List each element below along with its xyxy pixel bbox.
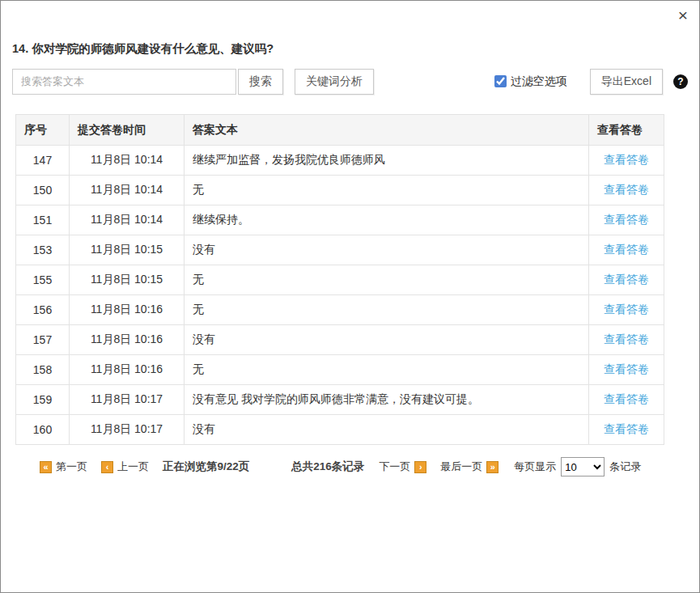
row-submit-time: 11月8日 10:17 [70,385,185,415]
answers-dialog: × 14. 你对学院的师德师风建设有什么意见、建议吗? 搜索 关键词分析 过滤空… [0,0,700,593]
row-answer-text: 继续严加监督，发扬我院优良师德师风 [185,146,589,176]
table-row: 151 11月8日 10:14 继续保持。 查看答卷 [16,205,664,235]
table-header-row: 序号 提交答卷时间 答案文本 查看答卷 [16,115,664,146]
row-submit-time: 11月8日 10:15 [70,265,185,295]
prev-page-button[interactable]: ‹ 上一页 [101,460,149,474]
answers-table: 序号 提交答卷时间 答案文本 查看答卷 147 11月8日 10:14 继续严加… [15,114,664,445]
header-view-answer: 查看答卷 [589,115,664,146]
row-answer-text: 无 [185,176,589,205]
view-answer-link[interactable]: 查看答卷 [604,273,649,286]
search-button[interactable]: 搜索 [238,69,283,95]
row-view-cell: 查看答卷 [589,265,664,295]
first-page-icon[interactable]: « [40,461,52,473]
row-number: 160 [16,415,70,445]
header-no: 序号 [16,115,70,146]
row-submit-time: 11月8日 10:14 [70,146,185,176]
filter-empty-checkbox[interactable] [494,75,507,87]
answers-table-body: 147 11月8日 10:14 继续严加监督，发扬我院优良师德师风 查看答卷 1… [16,146,664,445]
row-view-cell: 查看答卷 [589,325,664,355]
view-answer-link[interactable]: 查看答卷 [604,362,649,375]
row-answer-text: 无 [185,265,589,295]
row-number: 156 [16,295,70,325]
export-excel-button[interactable]: 导出Excel [590,69,663,95]
last-page-icon[interactable]: » [486,461,498,473]
row-number: 157 [16,325,70,355]
table-row: 159 11月8日 10:17 没有意见 我对学院的师风师德非常满意，没有建议可… [16,385,664,415]
table-row: 147 11月8日 10:14 继续严加监督，发扬我院优良师德师风 查看答卷 [16,146,664,176]
row-submit-time: 11月8日 10:16 [70,295,185,325]
row-view-cell: 查看答卷 [589,205,664,235]
row-view-cell: 查看答卷 [589,385,664,415]
table-row: 155 11月8日 10:15 无 查看答卷 [16,265,664,295]
row-number: 158 [16,355,70,385]
table-row: 158 11月8日 10:16 无 查看答卷 [16,355,664,385]
first-page-label: 第一页 [56,460,87,474]
row-view-cell: 查看答卷 [589,235,664,265]
row-answer-text: 没有 [185,235,589,265]
filter-empty-label: 过滤空选项 [511,74,567,89]
header-submit-time: 提交答卷时间 [70,115,185,146]
view-answer-link[interactable]: 查看答卷 [604,333,649,345]
prev-page-label: 上一页 [117,460,149,474]
row-answer-text: 没有意见 我对学院的师风师德非常满意，没有建议可提。 [185,385,589,415]
help-icon[interactable]: ? [673,74,688,89]
row-answer-text: 没有 [185,325,589,355]
view-answer-link[interactable]: 查看答卷 [604,213,649,226]
row-submit-time: 11月8日 10:17 [70,415,185,445]
last-page-button[interactable]: 最后一页 » [440,460,498,474]
header-answer-text: 答案文本 [185,115,589,146]
toolbar: 搜索 关键词分析 过滤空选项 导出Excel ? [12,68,688,95]
row-number: 153 [16,235,70,265]
row-answer-text: 没有 [185,415,589,445]
first-page-button[interactable]: « 第一页 [40,460,87,474]
per-page-suffix: 条记录 [609,460,641,474]
filter-empty-option: 过滤空选项 [494,74,567,89]
per-page-prefix: 每页显示 [514,460,556,474]
row-number: 151 [16,205,70,235]
row-answer-text: 无 [185,355,589,385]
current-page-status: 正在浏览第9/22页 [163,460,249,474]
view-answer-link[interactable]: 查看答卷 [604,303,649,316]
close-icon[interactable]: × [678,6,688,25]
row-view-cell: 查看答卷 [589,146,664,176]
total-records-status: 总共216条记录 [291,460,364,474]
row-number: 147 [16,146,70,176]
row-submit-time: 11月8日 10:16 [70,355,185,385]
last-page-label: 最后一页 [440,460,482,474]
row-view-cell: 查看答卷 [589,295,664,325]
view-answer-link[interactable]: 查看答卷 [604,183,649,196]
next-page-icon[interactable]: › [414,461,426,473]
row-number: 150 [16,176,70,205]
row-view-cell: 查看答卷 [589,176,664,205]
view-answer-link[interactable]: 查看答卷 [604,243,649,256]
row-number: 159 [16,385,70,415]
per-page-control: 每页显示 10 条记录 [514,457,641,477]
table-row: 160 11月8日 10:17 没有 查看答卷 [16,415,664,445]
per-page-select[interactable]: 10 [561,457,605,477]
table-row: 156 11月8日 10:16 无 查看答卷 [16,295,664,325]
row-answer-text: 继续保持。 [185,205,589,235]
keyword-analysis-button[interactable]: 关键词分析 [295,69,374,95]
row-submit-time: 11月8日 10:14 [70,176,185,205]
prev-page-icon[interactable]: ‹ [101,461,113,473]
pagination-bar: « 第一页 ‹ 上一页 正在浏览第9/22页 总共216条记录 下一页 › 最后… [40,457,699,477]
table-row: 153 11月8日 10:15 没有 查看答卷 [16,235,664,265]
row-submit-time: 11月8日 10:15 [70,235,185,265]
view-answer-link[interactable]: 查看答卷 [604,153,649,166]
view-answer-link[interactable]: 查看答卷 [604,392,649,405]
view-answer-link[interactable]: 查看答卷 [604,422,649,435]
next-page-button[interactable]: 下一页 › [379,460,426,474]
row-submit-time: 11月8日 10:16 [70,325,185,355]
row-view-cell: 查看答卷 [589,355,664,385]
table-row: 157 11月8日 10:16 没有 查看答卷 [16,325,664,355]
question-title: 14. 你对学院的师德师风建设有什么意见、建议吗? [12,41,688,57]
row-view-cell: 查看答卷 [589,415,664,445]
next-page-label: 下一页 [379,460,410,474]
table-row: 150 11月8日 10:14 无 查看答卷 [16,176,664,205]
search-input[interactable] [12,69,236,95]
row-submit-time: 11月8日 10:14 [70,205,185,235]
row-answer-text: 无 [185,295,589,325]
row-number: 155 [16,265,70,295]
